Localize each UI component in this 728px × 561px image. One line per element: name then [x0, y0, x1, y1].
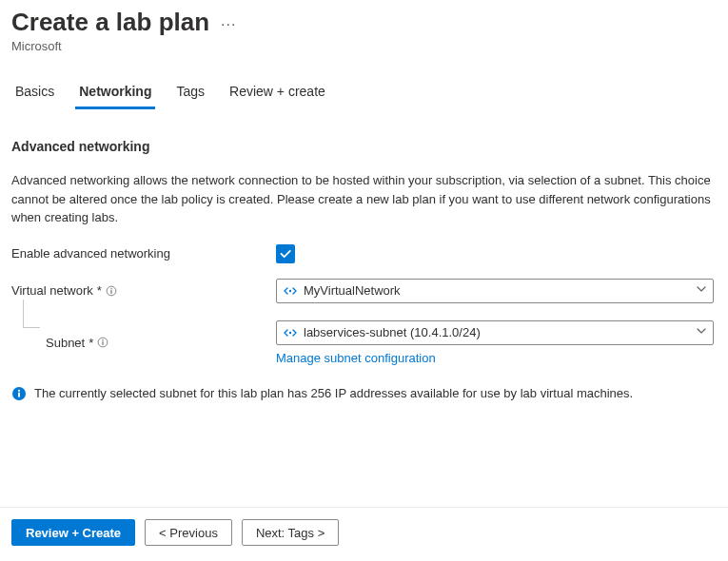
required-indicator: *: [97, 283, 102, 298]
footer-actions: Review + Create < Previous Next: Tags >: [0, 507, 728, 561]
checkmark-icon: [279, 247, 292, 261]
section-description: Advanced networking allows the network c…: [11, 171, 716, 227]
enable-advanced-networking-checkbox[interactable]: [276, 244, 295, 263]
tab-bar: Basics Networking Tags Review + create: [11, 78, 717, 110]
virtual-network-dropdown[interactable]: MyVirtualNetwork: [276, 279, 714, 303]
chevron-down-icon: [696, 283, 707, 298]
svg-rect-10: [18, 392, 20, 397]
subnet-label: Subnet: [46, 336, 85, 350]
review-create-button[interactable]: Review + Create: [11, 519, 135, 546]
page-title: Create a lab plan: [11, 8, 209, 37]
page-subtitle: Microsoft: [11, 39, 717, 53]
svg-point-1: [110, 288, 111, 289]
section-heading: Advanced networking: [11, 139, 717, 154]
info-bubble-icon: [11, 386, 27, 401]
required-indicator: *: [89, 336, 93, 350]
subnet-dropdown[interactable]: labservices-subnet (10.4.1.0/24): [276, 320, 714, 345]
svg-point-7: [289, 331, 291, 333]
svg-point-3: [289, 289, 291, 291]
subnet-value: labservices-subnet (10.4.1.0/24): [304, 325, 690, 339]
vnet-icon: [283, 283, 298, 299]
tab-basics[interactable]: Basics: [11, 78, 58, 109]
info-icon[interactable]: [106, 285, 117, 297]
manage-subnet-link[interactable]: Manage subnet configuration: [276, 351, 436, 365]
info-icon[interactable]: [97, 337, 108, 348]
virtual-network-value: MyVirtualNetwork: [304, 283, 690, 298]
enable-advanced-networking-label: Enable advanced networking: [11, 246, 170, 261]
more-options-icon[interactable]: ···: [221, 12, 236, 33]
svg-point-9: [18, 389, 20, 391]
svg-rect-2: [110, 290, 111, 294]
svg-rect-6: [103, 341, 104, 345]
tab-review-create[interactable]: Review + create: [226, 78, 329, 109]
tab-networking[interactable]: Networking: [75, 78, 155, 109]
next-button[interactable]: Next: Tags >: [242, 519, 339, 546]
virtual-network-label: Virtual network: [11, 283, 93, 298]
subnet-icon: [283, 325, 298, 340]
subnet-ip-info: The currently selected subnet for this l…: [34, 386, 633, 400]
tab-tags[interactable]: Tags: [172, 78, 208, 109]
previous-button[interactable]: < Previous: [145, 519, 232, 546]
chevron-down-icon: [696, 325, 707, 339]
svg-point-5: [103, 339, 104, 340]
